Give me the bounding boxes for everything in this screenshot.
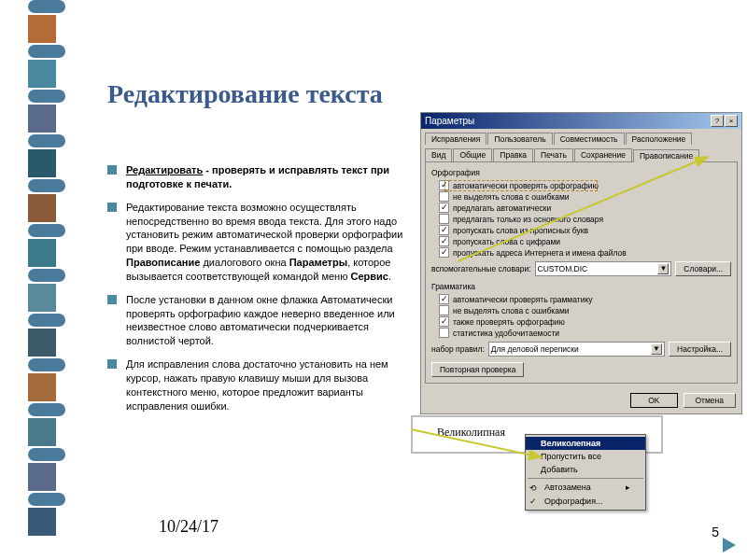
autoreplace-icon: ⟲ [529,483,543,493]
dictionaries-button[interactable]: Словари... [675,261,731,276]
cancel-button[interactable]: Отмена [684,393,737,408]
tab-расположение[interactable]: Расположение [626,133,693,145]
checkbox[interactable] [439,214,449,224]
checkbox[interactable] [439,203,449,213]
dialog-titlebar: Параметры ? × [421,113,741,129]
tab-сохранение[interactable]: Сохранение [574,148,632,161]
checkbox[interactable] [439,180,449,190]
slide-title: Редактирование текста [107,79,383,109]
tabs-row-2: ВидОбщиеПравкаПечатьСохранениеПравописан… [421,145,741,161]
tab-пользователь[interactable]: Пользователь [487,133,552,145]
checkbox-label: автоматически проверять грамматику [453,295,592,304]
ctx-item[interactable]: Великолепная [526,437,645,450]
checkbox[interactable] [439,236,449,246]
recheck-button[interactable]: Повторная проверка [431,362,524,377]
dict-label: вспомогательные словари: [431,264,531,273]
checkbox[interactable] [439,294,449,304]
next-arrow-icon[interactable] [723,538,736,553]
rules-select[interactable]: Для деловой переписки▼ [488,342,665,357]
context-menu: ВеликолепнаяПропустить всеДобавить⟲Автоз… [525,434,646,511]
close-button[interactable]: × [725,115,738,127]
tabs-row-1: ИсправленияПользовательСовместимостьРасп… [421,129,741,145]
dictionary-select[interactable]: CUSTOM.DIC▼ [535,261,672,276]
bullet-icon [107,295,117,304]
tab-общие[interactable]: Общие [453,148,492,161]
tab-исправления[interactable]: Исправления [425,133,486,145]
chevron-down-icon: ▼ [651,343,662,355]
checkbox-label: пропускать слова с цифрами [453,237,560,246]
checkbox[interactable] [439,328,449,338]
ctx-item[interactable]: Добавить [526,463,645,476]
checkbox[interactable] [439,316,449,327]
group-grammar: Грамматика [431,282,731,291]
tab-правка[interactable]: Правка [493,148,533,161]
checkbox[interactable] [439,225,449,235]
footer-page-number: 5 [712,525,719,539]
rules-label: набор правил: [431,344,485,354]
checkbox-label: не выделять слова с ошибками [453,306,570,315]
ctx-item[interactable]: ✓Орфография... [526,495,645,509]
dialog-title-text: Параметры [425,116,474,126]
parameters-dialog: Параметры ? × ИсправленияПользовательСов… [420,112,742,414]
content-column: Редактировать - проверять и исправлять т… [107,163,406,423]
checkbox-label: статистика удобочитаемости [453,329,559,338]
misspelled-word[interactable]: Великолипная [437,426,505,441]
ctx-item[interactable]: ⟲Автозамена ▸ [526,481,645,495]
checkbox-label: автоматически проверять орфографию [453,181,599,190]
checkbox-label: не выделять слова с ошибками [453,192,570,202]
group-orthography: Орфография [431,168,731,177]
footer-date: 10/24/17 [159,517,218,537]
ok-button[interactable]: OK [630,393,677,408]
help-button[interactable]: ? [711,115,724,127]
ctx-item[interactable]: Пропустить все [526,450,645,463]
tab-печать[interactable]: Печать [534,148,573,161]
checkbox-label: пропускать слова из прописных букв [453,226,588,235]
checkbox-label: пропускать адреса Интернета и имена файл… [453,248,627,258]
spellcheck-icon: ✓ [529,497,543,506]
decorative-strip [28,0,75,560]
checkbox[interactable] [439,191,449,202]
bullet-icon [107,359,117,369]
checkbox[interactable] [439,247,449,258]
rules-settings-button[interactable]: Настройка... [669,342,731,357]
chevron-down-icon: ▼ [657,263,669,274]
tab-правописание[interactable]: Правописание [633,149,699,162]
tab-вид[interactable]: Вид [425,148,452,161]
checkbox-label: предлагать автоматически [453,203,551,213]
bullet-icon [107,203,117,212]
context-menu-screenshot: Великолипная ВеликолепнаяПропустить всеД… [411,415,663,454]
bullet-icon [107,165,117,175]
tab-совместимость[interactable]: Совместимость [554,133,625,145]
checkbox-label: предлагать только из основного словаря [453,215,603,224]
checkbox[interactable] [439,305,449,315]
checkbox-label: также проверять орфографию [453,317,565,327]
